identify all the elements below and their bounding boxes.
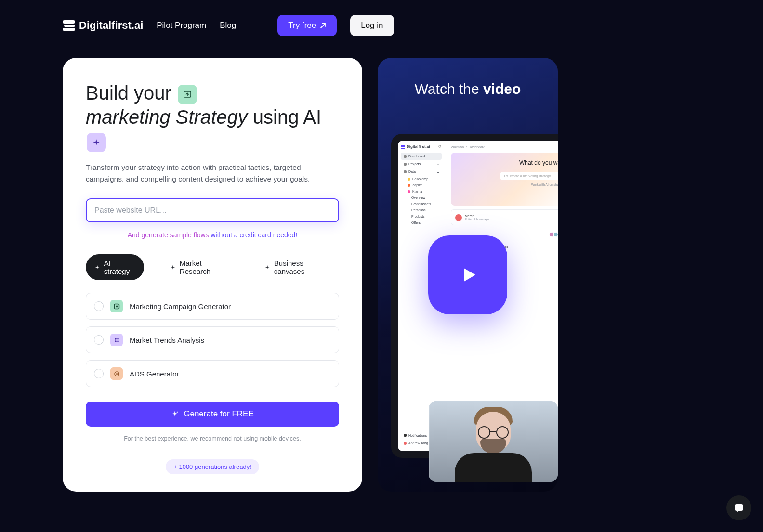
logo-icon [63,20,75,31]
radio-icon [94,369,104,378]
tabs: AI strategy Market Research Business can… [86,254,339,280]
caption-a: And generate sample flows [128,231,209,239]
try-free-label: Try free [288,21,316,30]
watch-title: Watch the video [378,81,558,97]
sparkle-small-icon [94,264,100,271]
sparkle-icon [171,410,179,418]
option-ads-generator[interactable]: ADS Generator [86,360,339,387]
tablet-logo: Digitalfirst.ai [401,144,442,149]
option-icon [110,300,123,312]
presenter-thumbnail [429,401,558,482]
chat-widget[interactable] [726,495,751,520]
option-icon [110,334,123,346]
option-market-trends[interactable]: Market Trends Analysis [86,326,339,353]
headline-line1: Build your [86,82,171,104]
chat-icon [733,502,745,514]
tab-label-0: AI strategy [104,259,135,275]
try-free-button[interactable]: Try free [277,15,337,36]
svg-rect-12 [735,504,743,511]
svg-point-7 [116,373,118,375]
headline: Build your marketing Strategy using AI [86,81,339,153]
tablet-nav-dashboard: Dashboard [401,153,442,160]
upload-icon [178,85,197,104]
option-label: Market Trends Analysis [130,336,204,344]
url-input[interactable] [86,198,339,222]
hero-card: Build your marketing Strategy using AI T… [63,58,362,492]
tab-market-research[interactable]: Market Research [161,254,238,280]
tab-business-canvases[interactable]: Business canvases [256,254,339,280]
play-icon [456,263,479,286]
top-nav: Digitalfirst.ai Pilot Program Blog Try f… [63,0,700,38]
login-label: Log in [361,21,383,30]
options-list: Marketing Campaign Generator Market Tren… [86,293,339,387]
svg-point-2 [115,338,117,340]
sparkle-small-icon [264,264,270,271]
tablet-nav-data: Data▴ [401,168,442,175]
svg-rect-9 [401,146,405,147]
watch-title-a: Watch the [415,81,483,97]
headline-italic: marketing Strategy [86,106,248,128]
radio-icon [94,301,104,311]
video-card: Watch the video Digitalfirst.ai Dashboar… [378,58,558,492]
watch-title-b: video [483,81,521,97]
tab-label-1: Market Research [180,259,230,275]
nav-link-pilot[interactable]: Pilot Program [157,21,206,30]
play-button[interactable] [428,235,507,314]
subheadline: Transform your strategy into action with… [86,162,339,185]
option-label: ADS Generator [130,370,179,378]
tab-label-2: Business canvases [274,259,330,275]
generations-pill: + 1000 generations already! [166,459,259,474]
logo-text: Digitalfirst.ai [79,19,143,32]
option-marketing-campaign[interactable]: Marketing Campaign Generator [86,293,339,320]
tab-ai-strategy[interactable]: AI strategy [86,254,144,280]
logo[interactable]: Digitalfirst.ai [63,19,143,32]
headline-line2: using AI [253,106,321,128]
sparkle-icon [87,133,106,152]
login-button[interactable]: Log in [350,15,394,36]
nav-link-blog[interactable]: Blog [220,21,236,30]
caption-b: without a credit card needed! [210,231,297,239]
tablet-nav-projects: Projects▾ [401,160,442,168]
svg-rect-10 [401,148,405,149]
svg-point-4 [115,340,117,342]
generate-label: Generate for FREE [184,409,254,419]
svg-point-5 [117,340,119,342]
svg-point-3 [117,338,119,340]
generate-button[interactable]: Generate for FREE [86,402,339,427]
mobile-hint: For the best experience, we recommend no… [86,435,339,442]
option-icon [110,367,123,380]
sparkle-small-icon [170,264,176,271]
option-label: Marketing Campaign Generator [130,302,231,311]
radio-icon [94,335,104,345]
arrow-icon [320,23,326,29]
url-caption: And generate sample flows without a cred… [86,231,339,239]
svg-rect-8 [401,145,405,146]
